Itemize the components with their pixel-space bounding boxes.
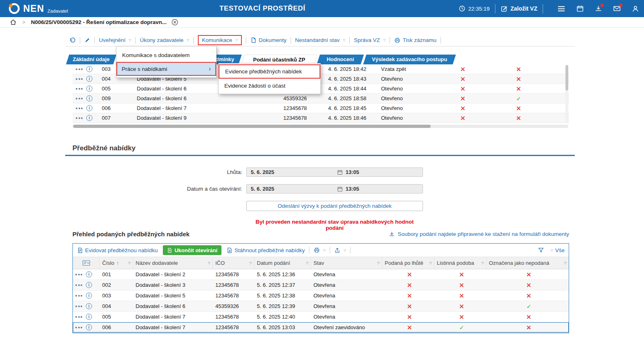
otevirani-date-value[interactable]: 5. 6. 2025 <box>247 186 337 192</box>
tab-hodnoceni[interactable]: Hodnocení <box>317 55 364 64</box>
info-icon[interactable] <box>86 115 92 121</box>
scrollbar-thumb[interactable] <box>73 125 431 128</box>
info-icon[interactable] <box>86 76 92 82</box>
send-call-button[interactable]: Odeslání výzvy k podání předběžných nabí… <box>246 201 423 211</box>
ukoncit-oteviranni-button[interactable]: Ukončit otevírání <box>163 245 221 255</box>
header-nazev[interactable]: Název dodavatele ▽ <box>133 257 213 269</box>
row-menu-icon[interactable] <box>76 108 83 109</box>
print-table-button[interactable]: ▽ <box>313 247 326 253</box>
table-row[interactable]: 003 Dodavatel - školení 5 12345678 5. 6.… <box>73 290 569 301</box>
table-row[interactable]: 006 Dodavatel - školení 7 12345678 4. 6.… <box>72 103 569 113</box>
row-menu-icon[interactable] <box>76 78 83 80</box>
tab-zakladni-udaje[interactable]: Základní údaje <box>66 55 116 64</box>
row-menu-icon[interactable] <box>76 98 83 99</box>
info-icon[interactable] <box>86 95 92 101</box>
table-row[interactable]: 002 Dodavatel - školení 3 12345678 5. 6.… <box>73 280 569 290</box>
table-row[interactable]: 007 Dodavatel - školení 9 12345678 4. 6.… <box>72 113 569 123</box>
cell-actions <box>73 271 100 277</box>
menu-nestandardni-stav[interactable]: Nestandardní stav ▽ <box>295 37 346 43</box>
create-vz-button[interactable]: Založit VZ <box>501 5 537 12</box>
table-row[interactable]: 005 Dodavatel - školení 7 12345678 5. 6.… <box>73 312 569 322</box>
scrollbar-thumb[interactable] <box>565 65 568 90</box>
close-tab-button[interactable] <box>171 19 178 26</box>
cell-actions <box>72 105 99 111</box>
header-podana-po-lhute[interactable]: Podaná po lhůtě ▽ <box>382 257 434 269</box>
print-record-button[interactable]: Tisk záznamu <box>394 37 436 44</box>
horizontal-scrollbar[interactable] <box>72 125 568 128</box>
row-menu-icon[interactable] <box>75 306 82 307</box>
row-menu-icon[interactable] <box>76 117 83 119</box>
info-icon[interactable] <box>86 282 92 288</box>
info-icon[interactable] <box>86 86 92 92</box>
menu-item-evidence-zadosti-o-ucast[interactable]: Evidence žádostí o účast <box>219 79 320 93</box>
sort-icon: ▽ <box>128 261 131 265</box>
menu-sprava-vz[interactable]: Správa VZ ▽ <box>354 37 386 43</box>
row-menu-icon[interactable] <box>75 327 82 328</box>
main-menu-button[interactable] <box>557 5 565 12</box>
filter-preset-dropdown[interactable]: ▽ Vše <box>550 247 565 253</box>
header-cislo[interactable]: Číslo ↑ ▽ <box>100 257 133 269</box>
vertical-scrollbar[interactable] <box>565 64 568 123</box>
lhuta-time-value[interactable]: 13:05 <box>346 169 359 175</box>
menu-item-evidence-predbeznych-nabidek[interactable]: Evidence předběžných nabídek <box>219 64 320 79</box>
header-ico[interactable]: IČO ▽ <box>213 257 254 269</box>
table-row[interactable]: 001 Dodavatel - školení 2 12345678 5. 6.… <box>73 269 569 280</box>
menu-uverejneni-label: Uveřejnění <box>99 37 125 43</box>
info-icon[interactable] <box>86 324 92 330</box>
menu-uverejneni[interactable]: Uveřejnění ▽ <box>99 37 131 43</box>
row-menu-icon[interactable] <box>76 68 83 70</box>
column-chooser-button[interactable] <box>73 257 100 269</box>
header-stav[interactable]: Stav ▽ <box>311 257 382 269</box>
menu-komunikace[interactable]: Komunikace ▽ <box>202 37 238 43</box>
messages-button[interactable] <box>613 5 621 12</box>
row-menu-icon[interactable] <box>75 274 82 275</box>
row-menu-icon[interactable] <box>75 284 82 286</box>
home-button[interactable] <box>10 19 17 26</box>
tab-label: Základní údaje <box>68 55 115 64</box>
stahnout-nabidky-button[interactable]: Stáhnout předběžné nabídky <box>226 247 305 253</box>
header-listinna-podoba[interactable]: Listinná podoba ▽ <box>434 257 486 269</box>
table-row[interactable]: 009 Dodavatel - školení 6 45359326 4. 6.… <box>72 94 569 103</box>
menu-item-label: Evidence předběžných nabídek <box>225 68 302 75</box>
menu-ukony-zadavatele[interactable]: Úkony zadavatele ▽ <box>140 37 189 43</box>
download-files-link[interactable]: Soubory podání najdete připravené ke sta… <box>389 231 569 237</box>
refresh-button[interactable] <box>69 37 76 44</box>
cell-nazev: Dodavatel - školení 5 <box>133 293 213 299</box>
otevirani-field[interactable]: 5. 6. 2025 13:05 <box>246 184 423 194</box>
export-button[interactable]: ▽ <box>334 247 346 253</box>
table-row[interactable]: 005 Dodavatel - školení 6 12345678 4. 6.… <box>72 84 569 94</box>
menu-item-komunikace-s-dodavatelem[interactable]: Komunikace s dodavatelem <box>116 48 216 62</box>
predbezne-nabidky-table: Evidovat předběžnou nabídku Ukončit otev… <box>72 243 569 333</box>
filter-button[interactable] <box>538 247 544 253</box>
info-icon[interactable] <box>86 293 92 299</box>
info-icon[interactable] <box>86 66 92 72</box>
info-icon[interactable] <box>86 105 92 111</box>
cell-datum: 5. 6. 2025 12:40 <box>254 314 311 320</box>
lhuta-date-value[interactable]: 5. 6. 2025 <box>247 169 337 175</box>
row-menu-icon[interactable] <box>76 88 83 90</box>
table-row[interactable]: 006 Dodavatel - školení 7 12345678 5. 6.… <box>73 322 569 333</box>
info-icon[interactable] <box>86 314 92 320</box>
header-label: Listinná podoba <box>437 260 474 266</box>
breadcrumb-item[interactable]: N006/25/V00005292 - Řešení optimalizace … <box>31 19 166 25</box>
row-menu-icon[interactable] <box>75 295 82 297</box>
downloads-button[interactable] <box>595 5 602 12</box>
caret-down-icon: ▽ <box>235 38 238 42</box>
menu-dokumenty[interactable]: Dokumenty <box>250 37 286 43</box>
info-icon[interactable] <box>86 303 92 309</box>
row-menu-icon[interactable] <box>75 316 82 318</box>
calendar-button[interactable] <box>576 5 584 12</box>
profile-button[interactable] <box>632 5 639 12</box>
cell-ico: 12345678 <box>213 282 254 288</box>
otevirani-time-value[interactable]: 13:05 <box>346 186 359 192</box>
nen-logo[interactable]: NEN Zadavatel <box>8 2 68 15</box>
edit-record-button[interactable] <box>84 37 90 43</box>
tab-vysledek[interactable]: Výsledek zadávacího postupu <box>363 55 456 64</box>
lhuta-field[interactable]: 5. 6. 2025 13:05 <box>246 167 423 177</box>
table-row[interactable]: 004 Dodavatel - školení 6 45359326 5. 6.… <box>73 301 569 312</box>
evidovat-nabidku-button[interactable]: Evidovat předběžnou nabídku <box>77 247 158 253</box>
header-oznacena-nepodana[interactable]: Označena jako nepodaná ▽ <box>486 257 569 269</box>
info-icon[interactable] <box>86 271 92 277</box>
header-datum-podani[interactable]: Datum podání ▽ <box>254 257 311 269</box>
menu-item-prace-s-nabidkami[interactable]: Práce s nabídkami › <box>116 62 216 76</box>
